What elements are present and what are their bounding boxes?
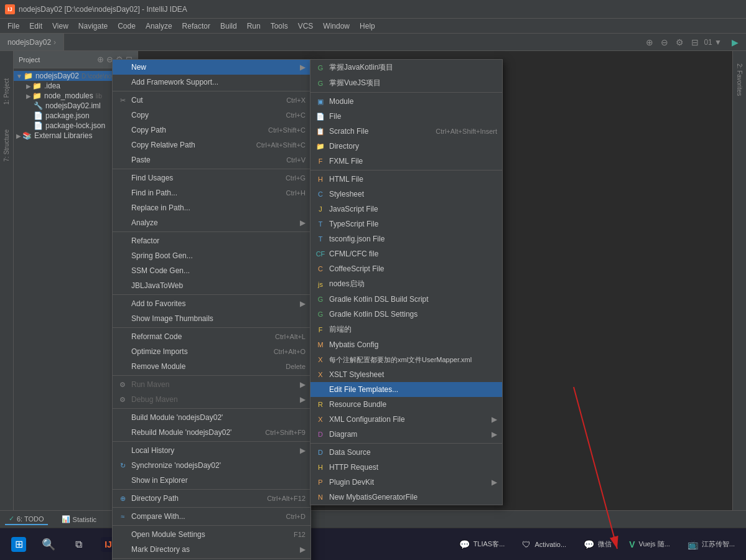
new-coffeescript-item[interactable]: C CoffeeScript File: [310, 261, 502, 276]
new-tsconfig-item[interactable]: T tsconfig.json File: [310, 231, 502, 246]
ctx-local-history-item[interactable]: Local History ▶: [113, 443, 310, 458]
new-fxml-item[interactable]: F FXML File: [310, 154, 502, 169]
ctx-compare-item[interactable]: ≈ Compare With... Ctrl+D: [113, 509, 310, 524]
new-javascript-item[interactable]: J JavaScript File: [310, 202, 502, 217]
new-grab-vue-item[interactable]: G 掌握VueJS项目: [310, 75, 502, 91]
layout-icon[interactable]: ⊟: [689, 36, 701, 49]
ctx-ssm-code-item[interactable]: SSM Code Gen...: [113, 263, 310, 278]
ctx-replace-in-path-item[interactable]: Replace in Path...: [113, 200, 310, 215]
ctx-build-module-item[interactable]: Build Module 'nodejsDay02': [113, 410, 310, 425]
ctx-copy-relative-path-item[interactable]: Copy Relative Path Ctrl+Alt+Shift+C: [113, 138, 310, 152]
ctx-show-thumbnails-item[interactable]: Show Image Thumbnails: [113, 311, 310, 326]
structure-label[interactable]: 7: Structure: [3, 129, 10, 162]
new-plugin-devkit-item[interactable]: P Plugin DevKit ▶: [310, 475, 502, 490]
menu-help[interactable]: Help: [355, 19, 380, 33]
new-javascript-label: JavaScript File: [329, 205, 497, 213]
ctx-cut-item[interactable]: ✂ Cut Ctrl+X: [113, 93, 310, 108]
new-xslt-item[interactable]: X XSLT Stylesheet: [310, 367, 502, 382]
ctx-spring-boot-item[interactable]: Spring Boot Gen...: [113, 248, 310, 263]
ctx-analyze-item[interactable]: Analyze ▶: [113, 215, 310, 230]
ctx-refactor-item[interactable]: Refactor: [113, 233, 310, 248]
menu-navigate[interactable]: Navigate: [73, 19, 113, 33]
ctx-find-in-path-item[interactable]: Find in Path... Ctrl+H: [113, 185, 310, 200]
ctx-copy-path-item[interactable]: Copy Path Ctrl+Shift+C: [113, 123, 310, 138]
ctx-paste-item[interactable]: Paste Ctrl+V: [113, 152, 310, 167]
menu-run[interactable]: Run: [242, 19, 266, 33]
new-html-item[interactable]: H HTML File: [310, 172, 502, 187]
taskview-button[interactable]: ⧉: [65, 532, 92, 557]
menu-build[interactable]: Build: [215, 19, 242, 33]
collapse-icon[interactable]: ⊖: [658, 36, 671, 49]
taskbar-wechat[interactable]: 💬 微信: [577, 532, 618, 557]
menu-refactor[interactable]: Refactor: [177, 19, 215, 33]
app-icon: IJ: [5, 4, 15, 14]
menu-window[interactable]: Window: [318, 19, 355, 33]
ctx-show-explorer-item[interactable]: Show in Explorer: [113, 473, 310, 488]
ctx-mark-directory-item[interactable]: Mark Directory as ▶: [113, 542, 310, 557]
new-resource-bundle-item[interactable]: R Resource Bundle: [310, 397, 502, 412]
ctx-add-framework-item[interactable]: Add Framework Support...: [113, 75, 310, 90]
search-button[interactable]: 🔍: [35, 532, 62, 557]
ctx-directory-path-item[interactable]: ⊕ Directory Path Ctrl+Alt+F12: [113, 491, 310, 506]
new-diagram-item[interactable]: D Diagram ▶: [310, 427, 502, 442]
new-edit-templates-item[interactable]: Edit File Templates...: [310, 382, 502, 397]
taskbar-vuejs[interactable]: V Vuejs 随...: [623, 532, 676, 557]
new-scratch-item[interactable]: 📋 Scratch File Ctrl+Alt+Shift+Insert: [310, 124, 502, 139]
menu-file[interactable]: File: [2, 19, 24, 33]
new-module-item[interactable]: ▣ Module: [310, 94, 502, 109]
ctx-reformat-item[interactable]: Reformat Code Ctrl+Alt+L: [113, 329, 310, 344]
menu-code[interactable]: Code: [113, 19, 141, 33]
run-icon[interactable]: ▶: [729, 36, 741, 49]
menu-analyze[interactable]: Analyze: [141, 19, 177, 33]
ctx-debug-maven-item[interactable]: ⚙ Debug Maven ▶: [113, 392, 310, 407]
statistic-tab[interactable]: 📊 Statistic: [58, 514, 101, 525]
menu-vcs[interactable]: VCS: [293, 19, 319, 33]
ctx-remove-module-item[interactable]: Remove Module Delete: [113, 359, 310, 374]
new-cfml-item[interactable]: CF CFML/CFC file: [310, 246, 502, 261]
new-grab-java-item[interactable]: G 掌握JavaKotlin项目: [310, 60, 502, 75]
expand-all-icon[interactable]: ⊕: [97, 55, 104, 64]
new-typescript-item[interactable]: T TypeScript File: [310, 217, 502, 231]
taskbar-activation[interactable]: 🛡 Activatio...: [516, 532, 572, 557]
settings-icon[interactable]: ⚙: [673, 36, 686, 49]
taskbar-tlias[interactable]: 💬 TLIAS客...: [453, 532, 511, 557]
ctx-run-maven-item[interactable]: ⚙ Run Maven ▶: [113, 377, 310, 392]
new-grab-vue-icon: G: [315, 78, 325, 88]
ctx-jbl-item[interactable]: JBLJavaToWeb: [113, 278, 310, 293]
todo-tab[interactable]: ✓ 6: TODO: [5, 513, 48, 525]
project-label[interactable]: 1: Project: [3, 78, 10, 105]
ctx-find-usages-item[interactable]: Find Usages Ctrl+G: [113, 170, 310, 185]
ctx-rebuild-module-item[interactable]: Rebuild Module 'nodejsDay02' Ctrl+Shift+…: [113, 425, 310, 440]
ctx-add-favorites-item[interactable]: Add to Favorites ▶: [113, 296, 310, 311]
expand-icon[interactable]: ⊕: [643, 36, 656, 49]
favorites-label[interactable]: 2: Favorites: [736, 63, 743, 96]
start-button[interactable]: ⊞: [5, 532, 32, 557]
menu-view[interactable]: View: [47, 19, 73, 33]
new-xml-usermapper-item[interactable]: X 每个注解配置都要加的xml文件UserMapper.xml: [310, 352, 502, 367]
ctx-sep-6: [113, 375, 310, 376]
new-nodes-item[interactable]: js nodes启动: [310, 276, 502, 292]
taskbar-right-area: 💬 TLIAS客... 🛡 Activatio... 💬 微信 V Vuejs …: [453, 532, 741, 557]
ctx-spring-boot-label: Spring Boot Gen...: [131, 251, 305, 260]
new-stylesheet-item[interactable]: C Stylesheet: [310, 187, 502, 202]
new-http-request-item[interactable]: H HTTP Request: [310, 460, 502, 475]
new-gradle-build-item[interactable]: G Gradle Kotlin DSL Build Script: [310, 292, 502, 307]
menu-tools[interactable]: Tools: [266, 19, 293, 33]
new-frontend-item[interactable]: F 前端的: [310, 322, 502, 337]
ctx-synchronize-item[interactable]: ↻ Synchronize 'nodejsDay02': [113, 458, 310, 473]
new-mybatis-config-item[interactable]: M Mybatis Config: [310, 337, 502, 352]
ctx-open-module-item[interactable]: Open Module Settings F12: [113, 527, 310, 542]
new-data-source-item[interactable]: D Data Source: [310, 445, 502, 460]
new-directory-item[interactable]: 📁 Directory: [310, 139, 502, 154]
taskbar-chuanbo[interactable]: 📺 江苏传智...: [681, 532, 741, 557]
new-mybatis-generator-item[interactable]: N New MybatisGeneratorFile: [310, 490, 502, 505]
menu-edit[interactable]: Edit: [24, 19, 47, 33]
main-tab[interactable]: nodejsDay02 ›: [0, 34, 64, 50]
new-file-item[interactable]: 📄 File: [310, 109, 502, 124]
ctx-new-item[interactable]: New ▶: [113, 60, 310, 75]
new-gradle-settings-item[interactable]: G Gradle Kotlin DSL Settings: [310, 307, 502, 322]
new-submenu: G 掌握JavaKotlin项目 G 掌握VueJS项目 ▣ Module 📄 …: [310, 59, 503, 505]
ctx-copy-item[interactable]: Copy Ctrl+C: [113, 108, 310, 123]
ctx-optimize-item[interactable]: Optimize Imports Ctrl+Alt+O: [113, 344, 310, 359]
new-xml-config-item[interactable]: X XML Configuration File ▶: [310, 412, 502, 427]
